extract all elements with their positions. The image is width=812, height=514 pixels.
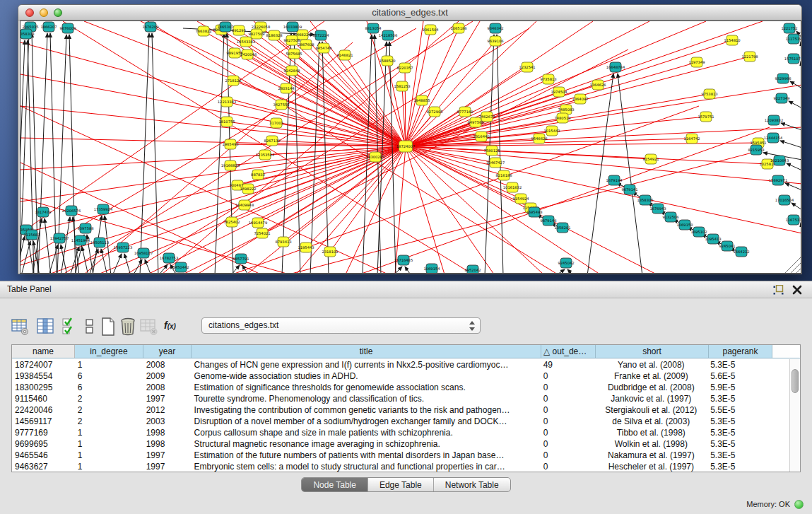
table-row[interactable]: 969969511998Structural magnetic resonanc…: [12, 438, 789, 450]
graph-node[interactable]: 9154924: [512, 194, 529, 204]
graph-node[interactable]: 1221798: [741, 52, 758, 62]
graph-node[interactable]: 2867608: [298, 40, 314, 49]
table-row[interactable]: 1456911722003Disruption of a novel membe…: [12, 416, 789, 427]
graph-node[interactable]: 1695493: [526, 207, 542, 217]
graph-node[interactable]: 1965493: [222, 139, 238, 149]
delete-column-icon[interactable]: [119, 317, 137, 336]
table-row[interactable]: 911546021997Tourette syndrome. Phenomeno…: [12, 393, 789, 404]
graph-node[interactable]: 891293: [232, 25, 246, 35]
graph-node[interactable]: 9546626: [531, 134, 547, 144]
graph-node[interactable]: 16957223: [114, 243, 132, 252]
table-row[interactable]: 946554611997Estimation of the future num…: [12, 450, 789, 461]
graph-node[interactable]: 1164742: [683, 134, 700, 144]
graph-node[interactable]: 8215953: [748, 145, 764, 155]
table-row[interactable]: 1830029562008Estimation of significance …: [12, 382, 789, 393]
table-row[interactable]: 1938455462009Genome-wide association stu…: [12, 370, 789, 382]
graph-node[interactable]: 1221752: [781, 23, 797, 33]
column-header-name[interactable]: name: [12, 345, 75, 358]
graph-node[interactable]: 8572224: [312, 30, 329, 40]
graph-node[interactable]: 1167533: [785, 215, 801, 225]
graph-node[interactable]: 1197349: [688, 57, 705, 67]
scrollbar-thumb[interactable]: [792, 369, 799, 393]
tab-network-table[interactable]: Network Table: [434, 478, 510, 491]
network-canvas[interactable]: 7663822896012889129323226058982750916543…: [20, 21, 801, 274]
column-header-year[interactable]: year: [143, 345, 192, 358]
graph-node[interactable]: 16958107: [134, 248, 153, 258]
graph-node[interactable]: 9735813: [540, 74, 556, 84]
table-row[interactable]: 1872400712008Changes of HCN gene express…: [12, 359, 789, 370]
graph-node[interactable]: 9891959: [226, 48, 242, 58]
table-row[interactable]: 977716911998Corpus callosum shape and si…: [12, 427, 789, 438]
float-panel-icon[interactable]: [773, 285, 784, 295]
graph-node[interactable]: 1358305: [637, 195, 653, 205]
graph-node[interactable]: 1115683: [23, 230, 40, 240]
graph-node[interactable]: 1810755: [218, 117, 235, 127]
column-header-△ out_de…[interactable]: △ out_de…: [541, 345, 596, 358]
graph-node[interactable]: 12093832: [765, 115, 783, 125]
graph-node[interactable]: 8220357: [396, 63, 413, 73]
graph-node[interactable]: 9245042: [558, 258, 574, 268]
graph-node[interactable]: 9361504: [422, 25, 439, 35]
table-settings-icon[interactable]: [11, 317, 30, 336]
graph-node[interactable]: 12353594: [256, 150, 275, 160]
graph-node[interactable]: 8952042: [464, 265, 481, 274]
graph-node[interactable]: 19166829: [221, 160, 240, 170]
graph-node[interactable]: 317003: [269, 118, 283, 128]
graph-node[interactable]: 7625402: [223, 217, 240, 227]
graph-node[interactable]: 8793413: [275, 237, 291, 247]
tab-node-table[interactable]: Node Table: [302, 478, 368, 491]
graph-node[interactable]: 8813054: [365, 23, 382, 33]
graph-node[interactable]: 887833: [251, 170, 265, 180]
rows-icon[interactable]: [85, 317, 95, 336]
graph-node[interactable]: 3427552: [273, 100, 289, 110]
graph-node[interactable]: 1232541: [519, 62, 535, 72]
graph-node[interactable]: 1065186: [450, 23, 466, 33]
graph-node[interactable]: 9132506: [662, 212, 678, 222]
graph-node[interactable]: 9879146: [540, 216, 556, 226]
graph-node[interactable]: 8216186: [495, 170, 512, 180]
graph-node[interactable]: 2718126: [225, 76, 241, 86]
memory-status-indicator[interactable]: [794, 500, 804, 509]
tab-edge-table[interactable]: Edge Table: [368, 478, 434, 491]
graph-node[interactable]: 1579751: [698, 112, 714, 122]
graph-node[interactable]: 1948855: [413, 95, 430, 105]
function-builder-icon[interactable]: f(x): [164, 320, 176, 331]
table-select-dropdown[interactable]: citations_edges.txt: [201, 317, 481, 334]
graph-node[interactable]: 5875685: [286, 49, 302, 59]
graph-node[interactable]: 8267130: [264, 136, 280, 146]
graph-node[interactable]: 2450442: [172, 262, 189, 272]
graph-node[interactable]: 1364626: [589, 80, 606, 90]
graph-node[interactable]: 1117539: [785, 34, 801, 44]
graph-node[interactable]: 1015443: [543, 126, 560, 136]
graph-node[interactable]: 9154921: [642, 154, 659, 164]
graph-node[interactable]: 1817479: [35, 207, 51, 217]
graph-node[interactable]: 9676009: [59, 23, 76, 33]
graph-node[interactable]: 16782753: [160, 253, 178, 263]
graph-node[interactable]: 9777169: [457, 107, 473, 117]
graph-node[interactable]: 1364097: [572, 94, 588, 104]
graph-node[interactable]: 1498222: [240, 184, 256, 194]
graph-node[interactable]: 9679141: [621, 185, 637, 194]
graph-node[interactable]: 1069150: [676, 220, 693, 230]
graph-node[interactable]: 12444154: [764, 133, 783, 143]
column-header-short[interactable]: short: [596, 345, 709, 358]
graph-node[interactable]: 9242848: [283, 66, 300, 76]
canvas-resize-grip[interactable]: [785, 257, 801, 273]
graph-node[interactable]: 8454749: [315, 43, 331, 53]
graph-node[interactable]: 9272905: [426, 107, 442, 117]
close-panel-icon[interactable]: [792, 285, 802, 295]
graph-node[interactable]: 7462674: [478, 112, 495, 122]
graph-node[interactable]: 1195443: [298, 243, 314, 252]
graph-node[interactable]: 15716485: [394, 255, 413, 265]
graph-node[interactable]: 9397588: [77, 223, 93, 233]
table-row[interactable]: 946362711997Embryonic stem cells: a mode…: [12, 461, 789, 472]
graph-node[interactable]: 12213383: [218, 97, 236, 107]
graph-node[interactable]: 7254021: [254, 228, 270, 238]
graph-node[interactable]: 1866207: [40, 22, 57, 32]
graph-node[interactable]: 7580125: [483, 146, 500, 156]
graph-node[interactable]: 1664212: [733, 247, 749, 257]
graph-node[interactable]: 1154810: [724, 35, 740, 45]
graph-node[interactable]: 1465307: [217, 22, 233, 32]
table-scrollbar[interactable]: [789, 359, 800, 472]
graph-node[interactable]: 1581253: [394, 81, 410, 91]
